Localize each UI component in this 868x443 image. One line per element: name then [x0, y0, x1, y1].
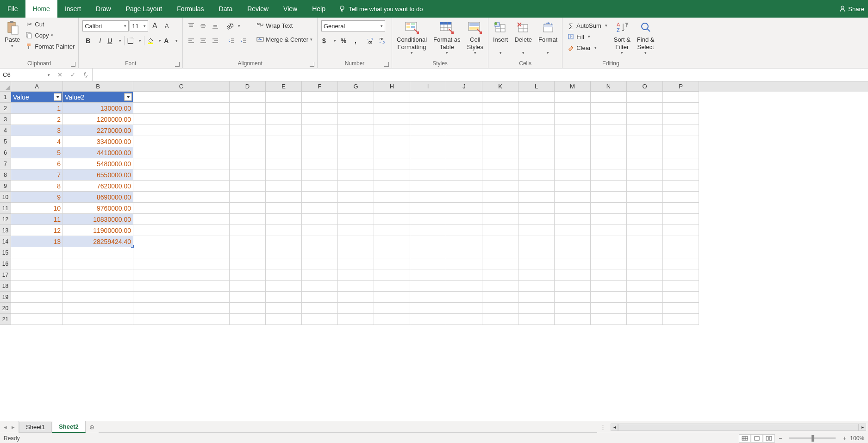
cell-P14[interactable] — [663, 236, 699, 247]
cell-M16[interactable] — [555, 258, 591, 269]
cell-C9[interactable] — [133, 181, 230, 192]
cell-B15[interactable] — [63, 247, 133, 258]
cell-F21[interactable] — [302, 314, 338, 325]
cell-K16[interactable] — [482, 258, 518, 269]
cell-D7[interactable] — [230, 158, 266, 169]
cell-K18[interactable] — [482, 281, 518, 292]
cell-D1[interactable] — [230, 92, 266, 103]
cell-E15[interactable] — [266, 247, 302, 258]
cell-P3[interactable] — [663, 114, 699, 125]
underline-button[interactable]: U▾ — [106, 35, 122, 46]
cell-O14[interactable] — [627, 236, 663, 247]
new-sheet-button[interactable]: ⊕ — [86, 421, 99, 433]
cell-I1[interactable] — [410, 92, 446, 103]
cell-G3[interactable] — [338, 114, 374, 125]
cell-M5[interactable] — [555, 136, 591, 147]
cell-M11[interactable] — [555, 203, 591, 214]
borders-button[interactable]: ▾ — [126, 35, 142, 46]
cell-H3[interactable] — [374, 114, 410, 125]
cell-B16[interactable] — [63, 258, 133, 269]
orientation-button[interactable]: ab▾ — [225, 20, 241, 31]
cell-E3[interactable] — [266, 114, 302, 125]
cell-F12[interactable] — [302, 214, 338, 225]
find-select-button[interactable]: Find & Select▾ — [634, 19, 657, 57]
cell-styles-button[interactable]: Cell Styles▾ — [464, 19, 486, 57]
cell-F3[interactable] — [302, 114, 338, 125]
cell-B8[interactable]: 6550000.00 — [63, 169, 133, 181]
increase-decimal-button[interactable]: ←.0.00 — [365, 35, 376, 46]
cell-G14[interactable] — [338, 236, 374, 247]
cell-N15[interactable] — [591, 247, 627, 258]
cell-O2[interactable] — [627, 103, 663, 114]
cell-G6[interactable] — [338, 147, 374, 158]
sheet-next-icon[interactable]: ▸ — [12, 424, 15, 431]
align-left-button[interactable] — [186, 35, 197, 46]
zoom-slider[interactable] — [789, 437, 836, 439]
cell-G15[interactable] — [338, 247, 374, 258]
cell-H21[interactable] — [374, 314, 410, 325]
cell-M12[interactable] — [555, 214, 591, 225]
tab-home[interactable]: Home — [25, 0, 57, 18]
format-cells-button[interactable]: Format▾ — [536, 19, 560, 57]
cell-G10[interactable] — [338, 192, 374, 203]
align-center-button[interactable] — [198, 35, 209, 46]
row-header-21[interactable]: 21 — [0, 314, 11, 325]
font-size-select[interactable]: 11▾ — [130, 20, 148, 31]
cell-E2[interactable] — [266, 103, 302, 114]
cell-O3[interactable] — [627, 114, 663, 125]
cell-M13[interactable] — [555, 225, 591, 236]
column-header-G[interactable]: G — [338, 81, 374, 92]
cell-E9[interactable] — [266, 181, 302, 192]
cell-A9[interactable]: 8 — [11, 181, 63, 192]
cell-C1[interactable] — [133, 92, 230, 103]
cell-A21[interactable] — [11, 314, 63, 325]
filter-button[interactable] — [54, 93, 62, 101]
cell-O15[interactable] — [627, 247, 663, 258]
cell-N16[interactable] — [591, 258, 627, 269]
cell-K2[interactable] — [482, 103, 518, 114]
cell-G17[interactable] — [338, 269, 374, 281]
cell-H11[interactable] — [374, 203, 410, 214]
cell-I8[interactable] — [410, 169, 446, 181]
cell-L10[interactable] — [518, 192, 555, 203]
cell-O1[interactable] — [627, 92, 663, 103]
cell-F13[interactable] — [302, 225, 338, 236]
cell-J18[interactable] — [446, 281, 482, 292]
cell-F1[interactable] — [302, 92, 338, 103]
cell-E20[interactable] — [266, 303, 302, 314]
cell-D2[interactable] — [230, 103, 266, 114]
row-header-17[interactable]: 17 — [0, 269, 11, 281]
cell-K15[interactable] — [482, 247, 518, 258]
row-header-13[interactable]: 13 — [0, 225, 11, 236]
cell-P11[interactable] — [663, 203, 699, 214]
cell-L18[interactable] — [518, 281, 555, 292]
fill-color-button[interactable]: ▾ — [146, 35, 162, 46]
cell-B6[interactable]: 4410000.00 — [63, 147, 133, 158]
row-header-9[interactable]: 9 — [0, 181, 11, 192]
copy-button[interactable]: Copy▾ — [24, 30, 76, 40]
cell-J10[interactable] — [446, 192, 482, 203]
row-header-2[interactable]: 2 — [0, 103, 11, 114]
cell-O8[interactable] — [627, 169, 663, 181]
cell-F5[interactable] — [302, 136, 338, 147]
cell-F4[interactable] — [302, 125, 338, 136]
dialog-launcher-icon[interactable] — [175, 62, 180, 67]
cell-F11[interactable] — [302, 203, 338, 214]
cell-K3[interactable] — [482, 114, 518, 125]
cell-H8[interactable] — [374, 169, 410, 181]
cell-J4[interactable] — [446, 125, 482, 136]
dialog-launcher-icon[interactable] — [71, 62, 75, 67]
cell-N8[interactable] — [591, 169, 627, 181]
cell-H20[interactable] — [374, 303, 410, 314]
select-all-button[interactable] — [0, 81, 11, 92]
cell-M6[interactable] — [555, 147, 591, 158]
cell-B21[interactable] — [63, 314, 133, 325]
cell-B9[interactable]: 7620000.00 — [63, 181, 133, 192]
column-header-P[interactable]: P — [663, 81, 699, 92]
cell-B2[interactable]: 130000.00 — [63, 103, 133, 114]
cell-M9[interactable] — [555, 181, 591, 192]
cell-F10[interactable] — [302, 192, 338, 203]
cell-H6[interactable] — [374, 147, 410, 158]
align-bottom-button[interactable] — [210, 20, 221, 31]
cell-J13[interactable] — [446, 225, 482, 236]
